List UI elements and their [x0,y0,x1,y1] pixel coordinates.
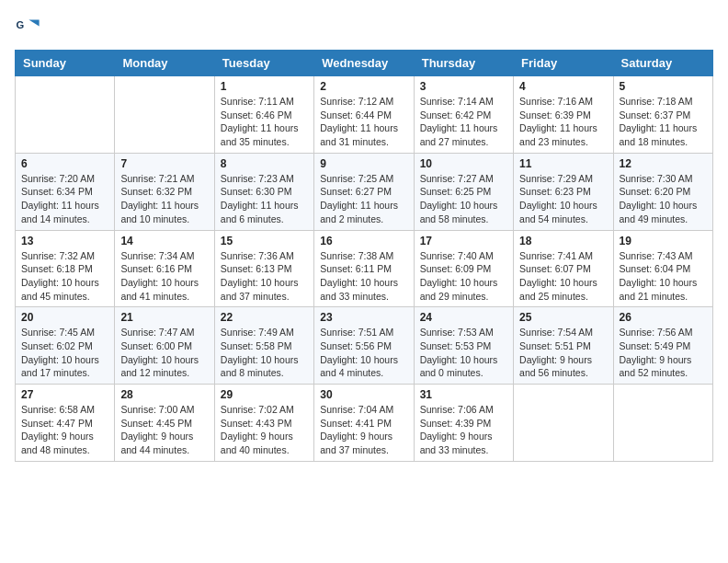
cell-info: Sunrise: 7:38 AM [320,249,407,263]
cell-info: Sunset: 6:07 PM [519,262,607,276]
cell-info: Daylight: 11 hours and 23 minutes. [519,121,607,148]
cell-info: Sunrise: 7:12 AM [320,95,407,109]
cell-info: Sunrise: 7:04 AM [320,403,407,417]
cell-info: Sunrise: 7:20 AM [21,172,108,186]
cell-info: Sunrise: 7:54 AM [519,326,607,339]
cell-info: Sunset: 6:04 PM [620,262,707,276]
cell-info: Sunset: 6:00 PM [120,339,208,353]
cell-info: Daylight: 10 hours and 25 minutes. [519,276,607,303]
day-number: 14 [120,235,208,247]
cell-info: Sunrise: 7:30 AM [620,172,707,186]
cell-info: Daylight: 10 hours and 41 minutes. [120,276,208,303]
calendar-cell: 29Sunrise: 7:02 AMSunset: 4:43 PMDayligh… [214,385,313,462]
day-number: 4 [519,80,607,93]
logo-icon: G [15,15,40,40]
calendar-cell: 15Sunrise: 7:36 AMSunset: 6:13 PMDayligh… [214,230,313,307]
logo: G [15,15,44,40]
day-number: 23 [320,311,407,324]
day-number: 15 [221,235,308,247]
day-header-saturday: Saturday [613,51,712,76]
cell-info: Sunset: 6:46 PM [221,109,308,122]
cell-info: Sunset: 6:25 PM [420,185,507,199]
calendar-cell: 28Sunrise: 7:00 AMSunset: 4:45 PMDayligh… [115,385,214,462]
calendar-cell: 30Sunrise: 7:04 AMSunset: 4:41 PMDayligh… [314,385,414,462]
cell-info: Daylight: 11 hours and 2 minutes. [320,199,407,225]
calendar-cell: 10Sunrise: 7:27 AMSunset: 6:25 PMDayligh… [414,153,513,230]
day-number: 20 [21,311,108,324]
calendar-cell: 6Sunrise: 7:20 AMSunset: 6:34 PMDaylight… [16,153,115,230]
day-number: 24 [420,311,507,324]
calendar-cell: 7Sunrise: 7:21 AMSunset: 6:32 PMDaylight… [115,153,214,230]
calendar-cell [115,76,214,154]
page-header: G [15,15,713,40]
cell-info: Sunset: 4:39 PM [420,417,507,431]
cell-info: Sunset: 4:45 PM [120,417,208,431]
day-header-wednesday: Wednesday [314,51,414,76]
calendar-cell: 14Sunrise: 7:34 AMSunset: 6:16 PMDayligh… [115,230,214,307]
calendar-cell: 2Sunrise: 7:12 AMSunset: 6:44 PMDaylight… [314,76,414,154]
cell-info: Sunrise: 7:40 AM [420,249,507,263]
cell-info: Sunrise: 7:29 AM [519,172,607,186]
cell-info: Sunset: 6:44 PM [320,109,407,122]
cell-info: Sunset: 6:37 PM [620,109,707,122]
calendar-week-5: 27Sunrise: 6:58 AMSunset: 4:47 PMDayligh… [16,385,713,462]
cell-info: Daylight: 10 hours and 37 minutes. [221,276,308,303]
cell-info: Daylight: 10 hours and 12 minutes. [120,353,208,380]
cell-info: Sunrise: 7:49 AM [221,326,308,339]
day-number: 13 [21,235,108,247]
cell-info: Daylight: 9 hours and 40 minutes. [221,430,308,456]
cell-info: Sunset: 6:34 PM [21,185,108,199]
calendar-week-3: 13Sunrise: 7:32 AMSunset: 6:18 PMDayligh… [16,230,713,307]
calendar-cell [613,385,712,462]
cell-info: Sunset: 5:53 PM [420,339,507,353]
cell-info: Sunrise: 7:18 AM [620,95,707,109]
calendar-cell: 13Sunrise: 7:32 AMSunset: 6:18 PMDayligh… [16,230,115,307]
day-header-sunday: Sunday [16,51,115,76]
calendar-cell: 25Sunrise: 7:54 AMSunset: 5:51 PMDayligh… [514,307,613,385]
cell-info: Sunset: 6:23 PM [519,185,607,199]
day-number: 7 [120,157,208,170]
calendar-cell: 26Sunrise: 7:56 AMSunset: 5:49 PMDayligh… [613,307,712,385]
cell-info: Daylight: 9 hours and 52 minutes. [620,353,707,380]
day-header-friday: Friday [514,51,613,76]
calendar-cell: 4Sunrise: 7:16 AMSunset: 6:39 PMDaylight… [514,76,613,154]
cell-info: Sunset: 6:16 PM [120,262,208,276]
day-number: 1 [221,80,308,93]
cell-info: Daylight: 11 hours and 27 minutes. [420,121,507,148]
cell-info: Daylight: 11 hours and 18 minutes. [620,121,707,148]
cell-info: Sunset: 4:43 PM [221,417,308,431]
cell-info: Sunrise: 7:16 AM [519,95,607,109]
cell-info: Sunrise: 7:47 AM [120,326,208,339]
cell-info: Sunrise: 7:43 AM [620,249,707,263]
cell-info: Sunrise: 7:34 AM [120,249,208,263]
svg-marker-1 [28,20,39,27]
calendar-cell: 11Sunrise: 7:29 AMSunset: 6:23 PMDayligh… [514,153,613,230]
cell-info: Sunrise: 7:53 AM [420,326,507,339]
cell-info: Daylight: 10 hours and 49 minutes. [620,199,707,225]
cell-info: Daylight: 10 hours and 33 minutes. [320,276,407,303]
day-number: 11 [519,157,607,170]
cell-info: Sunrise: 7:11 AM [221,95,308,109]
calendar-cell: 20Sunrise: 7:45 AMSunset: 6:02 PMDayligh… [16,307,115,385]
calendar-cell [16,76,115,154]
day-number: 19 [620,235,707,247]
cell-info: Sunset: 6:11 PM [320,262,407,276]
day-number: 6 [21,157,108,170]
cell-info: Daylight: 11 hours and 35 minutes. [221,121,308,148]
calendar-cell: 21Sunrise: 7:47 AMSunset: 6:00 PMDayligh… [115,307,214,385]
calendar-table: SundayMondayTuesdayWednesdayThursdayFrid… [15,50,713,462]
day-header-tuesday: Tuesday [214,51,313,76]
calendar-cell: 23Sunrise: 7:51 AMSunset: 5:56 PMDayligh… [314,307,414,385]
cell-info: Sunset: 4:41 PM [320,417,407,431]
cell-info: Sunrise: 7:41 AM [519,249,607,263]
calendar-cell: 19Sunrise: 7:43 AMSunset: 6:04 PMDayligh… [613,230,712,307]
cell-info: Sunrise: 6:58 AM [21,403,108,417]
cell-info: Daylight: 11 hours and 31 minutes. [320,121,407,148]
day-number: 26 [620,311,707,324]
calendar-cell: 18Sunrise: 7:41 AMSunset: 6:07 PMDayligh… [514,230,613,307]
cell-info: Daylight: 9 hours and 33 minutes. [420,430,507,456]
cell-info: Daylight: 9 hours and 44 minutes. [120,430,208,456]
day-number: 9 [320,157,407,170]
day-number: 2 [320,80,407,93]
day-number: 21 [120,311,208,324]
